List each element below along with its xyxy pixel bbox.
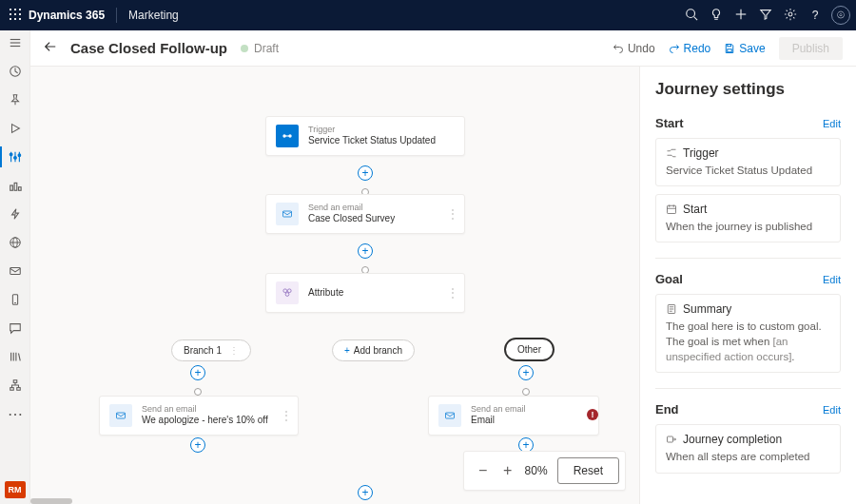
lightbulb-icon[interactable] (704, 8, 729, 24)
svg-line-35 (18, 354, 20, 361)
svg-rect-39 (728, 48, 732, 51)
pill-add-branch[interactable]: +Add branch (332, 339, 415, 361)
svg-point-47 (285, 293, 289, 297)
svg-point-14 (788, 12, 792, 16)
panel-section-goal: Goal (655, 272, 683, 286)
edit-goal-link[interactable]: Edit (823, 274, 841, 285)
page-title: Case Closed Follow-up (70, 40, 227, 56)
svg-rect-44 (283, 211, 292, 217)
svg-rect-3 (10, 13, 11, 15)
module-name[interactable]: Marketing (128, 9, 179, 22)
rail-chat-icon[interactable] (7, 320, 24, 337)
node-email-apology[interactable]: Send an emailWe apologize - here's 10% o… (99, 396, 299, 436)
zoom-reset-button[interactable]: Reset (557, 457, 619, 484)
node-more-icon[interactable]: ⋮ (447, 207, 458, 221)
rail-phone-icon[interactable] (7, 291, 24, 308)
status-badge: Draft (241, 42, 279, 55)
rail-more-icon[interactable]: ⋯ (7, 405, 24, 422)
avatar[interactable]: ⦾ (831, 6, 850, 25)
svg-point-43 (289, 135, 291, 137)
rail-play-icon[interactable] (7, 120, 24, 137)
svg-rect-6 (10, 18, 11, 20)
panel-card-trigger[interactable]: Trigger Service Ticket Status Updated (655, 138, 841, 186)
svg-point-45 (283, 289, 287, 293)
app-launcher-icon[interactable] (6, 9, 25, 23)
zoom-in-button[interactable]: + (500, 462, 516, 479)
add-step-button[interactable]: + (190, 365, 205, 380)
svg-rect-50 (668, 205, 676, 213)
search-icon[interactable] (679, 8, 704, 24)
add-step-button[interactable]: + (358, 165, 373, 181)
svg-rect-24 (14, 183, 17, 190)
node-trigger[interactable]: TriggerService Ticket Status Updated (265, 116, 465, 156)
rail-mail-icon[interactable] (7, 262, 24, 280)
add-step-button[interactable]: + (358, 485, 373, 500)
panel-card-start-time[interactable]: Start When the journey is published (655, 194, 841, 242)
node-email-survey[interactable]: Send an emailCase Closed Survey ⋮ (265, 194, 465, 234)
add-step-button[interactable]: + (358, 243, 373, 259)
rail-hamburger-icon[interactable] (7, 34, 24, 51)
gear-icon[interactable] (778, 8, 803, 24)
rail-library-icon[interactable] (7, 348, 24, 365)
panel-card-journey-completion[interactable]: Journey completion When all steps are co… (655, 424, 841, 473)
zoom-value: 80% (525, 464, 548, 477)
rail-bolt-icon[interactable] (7, 205, 24, 223)
edit-start-link[interactable]: Edit (823, 118, 841, 129)
add-icon[interactable] (729, 8, 753, 24)
zoom-out-button[interactable]: − (476, 462, 491, 479)
pill-more-icon[interactable]: ⋮ (229, 345, 239, 356)
node-attribute[interactable]: Attribute ⋮ (265, 273, 465, 313)
scroll-indicator[interactable] (30, 498, 72, 504)
node-more-icon[interactable]: ⋮ (281, 409, 292, 422)
attribute-icon (276, 281, 299, 304)
undo-button[interactable]: Undo (613, 42, 655, 55)
side-panel: Journey settings StartEdit Trigger Servi… (639, 67, 856, 504)
rail-clock-icon[interactable] (7, 63, 24, 80)
status-dot (241, 45, 248, 52)
edit-end-link[interactable]: Edit (823, 404, 841, 416)
panel-card-goal-summary[interactable]: Summary The goal here is to custom goal.… (655, 294, 841, 373)
svg-point-21 (13, 157, 16, 160)
pill-other[interactable]: Other (504, 338, 554, 361)
node-email-right[interactable]: Send an emailEmail (428, 396, 599, 436)
filter-icon[interactable] (753, 8, 778, 24)
svg-point-20 (10, 153, 12, 156)
svg-rect-48 (117, 413, 126, 418)
brand-name[interactable]: Dynamics 365 (29, 9, 105, 22)
svg-rect-1 (14, 9, 16, 10)
svg-rect-49 (446, 413, 455, 418)
panel-section-end: End (655, 402, 679, 417)
svg-rect-36 (13, 380, 17, 383)
svg-rect-58 (668, 436, 673, 442)
mail-icon (109, 404, 132, 427)
panel-section-start: Start (655, 116, 684, 130)
back-button[interactable] (44, 40, 57, 56)
svg-point-46 (287, 289, 291, 293)
rail-journey-icon[interactable] (7, 148, 24, 165)
svg-rect-23 (10, 185, 12, 190)
svg-rect-37 (10, 388, 13, 391)
add-step-button[interactable]: + (190, 437, 205, 453)
connector-dot (194, 388, 202, 396)
node-more-icon[interactable]: ⋮ (447, 286, 458, 300)
rail-hierarchy-icon[interactable] (7, 377, 24, 394)
rail-bar-icon[interactable] (7, 177, 24, 194)
rail-globe-icon[interactable] (7, 234, 24, 251)
panel-heading: Journey settings (655, 80, 841, 99)
save-button[interactable]: Save (724, 42, 765, 55)
help-icon[interactable]: ? (803, 9, 827, 22)
pill-branch-1[interactable]: Branch 1⋮ (171, 339, 251, 361)
left-rail: ⋯ RM (0, 30, 30, 504)
error-icon[interactable]: ! (587, 409, 598, 420)
svg-point-42 (283, 135, 285, 137)
redo-button[interactable]: Redo (669, 42, 711, 55)
journey-canvas[interactable]: TriggerService Ticket Status Updated + S… (30, 67, 639, 504)
svg-line-10 (694, 16, 698, 20)
svg-rect-38 (16, 388, 20, 391)
command-bar: Case Closed Follow-up Draft Undo Redo Sa… (30, 30, 856, 67)
rail-pin-icon[interactable] (7, 91, 24, 108)
mail-icon (276, 203, 299, 225)
rail-badge[interactable]: RM (5, 481, 26, 498)
add-step-button[interactable]: + (518, 365, 534, 380)
svg-point-9 (687, 9, 695, 17)
